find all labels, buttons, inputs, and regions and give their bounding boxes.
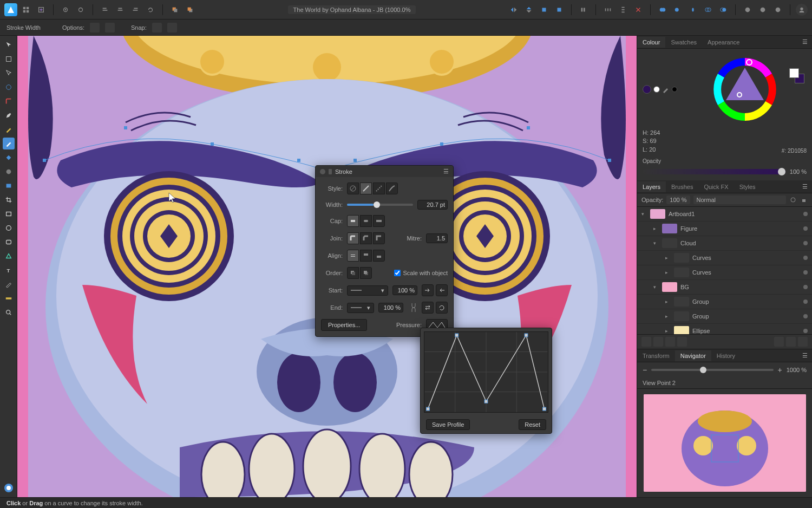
preferences-icon[interactable]	[59, 3, 72, 16]
fill-swatch[interactable]	[653, 86, 660, 93]
boolean-divide-icon[interactable]	[717, 3, 730, 16]
place-arrow-start-icon[interactable]	[422, 284, 434, 296]
boolean-xor-icon[interactable]	[702, 3, 715, 16]
zoom-in-icon[interactable]: +	[778, 366, 782, 374]
eyedropper-icon[interactable]	[662, 86, 670, 93]
chevron-icon[interactable]: ▸	[665, 255, 671, 260]
reverse-arrow-icon[interactable]	[436, 302, 448, 314]
layer-opacity-value[interactable]: 100 %	[666, 196, 690, 204]
option-btn-2[interactable]	[105, 23, 115, 32]
add-vector-layer-icon[interactable]	[774, 337, 784, 347]
mask-layer-icon[interactable]	[641, 337, 651, 347]
pen-tool[interactable]	[3, 109, 15, 121]
tab-styles[interactable]: Styles	[734, 181, 761, 192]
fill-tool[interactable]	[3, 152, 15, 164]
place-image-tool[interactable]	[3, 180, 15, 192]
visibility-icon[interactable]	[803, 329, 808, 333]
nav-menu-icon[interactable]: ☰	[798, 352, 812, 359]
link-icon[interactable]	[410, 302, 417, 313]
start-size-input[interactable]: 100 %	[392, 285, 417, 295]
scale-checkbox[interactable]: Scale with object	[394, 270, 448, 276]
style-none-icon[interactable]	[347, 183, 359, 194]
tab-swatches[interactable]: Swatches	[665, 37, 702, 48]
order-front-icon[interactable]	[360, 267, 372, 279]
rounded-rect-tool[interactable]	[3, 236, 15, 248]
close-icon[interactable]	[320, 169, 325, 174]
corner-tool[interactable]	[3, 95, 15, 107]
insert-behind-icon[interactable]	[771, 3, 784, 16]
layer-row[interactable]: ▸Figure	[637, 222, 812, 236]
visibility-icon[interactable]	[803, 212, 808, 216]
navigator-preview[interactable]	[644, 394, 806, 492]
layers-menu-icon[interactable]: ☰	[798, 183, 812, 190]
visibility-icon[interactable]	[803, 241, 808, 245]
view-tool[interactable]	[3, 482, 15, 494]
save-profile-button[interactable]: Save Profile	[426, 419, 470, 430]
visibility-icon[interactable]	[803, 299, 808, 304]
chevron-icon[interactable]: ▸	[665, 270, 671, 275]
start-arrow-select[interactable]: ▾	[347, 285, 388, 296]
flip-vertical-icon[interactable]	[522, 3, 535, 16]
properties-button[interactable]: Properties...	[321, 319, 367, 331]
node-tool[interactable]	[3, 67, 15, 79]
chevron-icon[interactable]: ▸	[665, 299, 671, 304]
chevron-icon[interactable]: ▾	[653, 240, 659, 246]
visibility-icon[interactable]	[803, 256, 808, 260]
tab-brushes[interactable]: Brushes	[666, 181, 698, 192]
colour-menu-icon[interactable]: ☰	[798, 38, 812, 45]
blend-mode-select[interactable]: Normal	[693, 196, 786, 204]
viewpoint-label[interactable]: View Point 2	[637, 377, 812, 389]
adjustment-layer-icon[interactable]	[653, 337, 663, 347]
layer-row[interactable]: ▸Curves	[637, 251, 812, 265]
ellipse-tool[interactable]	[3, 222, 15, 234]
rotate-cw-icon[interactable]	[553, 3, 566, 16]
align-inside-stroke-icon[interactable]	[360, 250, 372, 262]
pencil-tool[interactable]	[3, 123, 15, 135]
join-bevel-icon[interactable]	[360, 232, 372, 244]
rectangle-tool[interactable]	[3, 208, 15, 220]
join-round-icon[interactable]	[347, 232, 359, 244]
visibility-icon[interactable]	[803, 226, 808, 231]
stroke-menu-icon[interactable]: ☰	[443, 168, 449, 175]
distribute-h-icon[interactable]	[601, 3, 614, 16]
move-tool[interactable]	[3, 39, 15, 51]
tab-quickfx[interactable]: Quick FX	[698, 181, 734, 192]
join-miter-icon[interactable]	[373, 232, 385, 244]
artboard-tool[interactable]	[3, 53, 15, 65]
reset-button[interactable]: Reset	[519, 419, 546, 430]
add-pixel-layer-icon[interactable]	[786, 337, 796, 347]
fx-layer-icon[interactable]	[665, 337, 675, 347]
boolean-subtract-icon[interactable]	[671, 3, 684, 16]
tab-navigator[interactable]: Navigator	[675, 350, 711, 361]
rotate-icon[interactable]	[144, 3, 157, 16]
contour-tool[interactable]	[3, 81, 15, 93]
crop-tool[interactable]	[3, 194, 15, 206]
style-solid-icon[interactable]	[360, 183, 372, 194]
layer-row[interactable]: ▸Group	[637, 309, 812, 324]
order-back-icon[interactable]	[168, 3, 181, 16]
chevron-icon[interactable]: ▸	[665, 328, 671, 334]
layer-row[interactable]: ▾Artboard1	[637, 207, 812, 222]
order-behind-icon[interactable]	[347, 267, 359, 279]
snap-btn-1[interactable]	[152, 23, 162, 32]
document-setup-icon[interactable]	[74, 3, 87, 16]
zoom-tool[interactable]	[3, 307, 15, 318]
tab-history[interactable]: History	[711, 350, 741, 361]
layer-row[interactable]: ▸Group	[637, 295, 812, 309]
account-icon[interactable]	[796, 4, 808, 16]
tab-layers[interactable]: Layers	[637, 181, 666, 192]
snap-toggle-icon[interactable]	[632, 3, 645, 16]
align-panel-icon[interactable]	[577, 3, 590, 16]
chevron-icon[interactable]: ▸	[653, 226, 659, 231]
shape-tool[interactable]	[3, 250, 15, 262]
persona-pixel-icon[interactable]	[19, 3, 32, 16]
end-arrow-select[interactable]: ▾	[347, 303, 374, 313]
zoom-out-icon[interactable]: −	[643, 366, 647, 374]
width-slider[interactable]	[347, 204, 413, 206]
layer-row[interactable]: ▾BG	[637, 280, 812, 295]
width-input[interactable]: 20.7 pt	[417, 200, 448, 210]
visibility-icon[interactable]	[803, 285, 808, 289]
color-picker-tool[interactable]	[3, 278, 15, 290]
opacity-slider[interactable]	[643, 169, 785, 174]
measure-tool[interactable]	[3, 292, 15, 304]
